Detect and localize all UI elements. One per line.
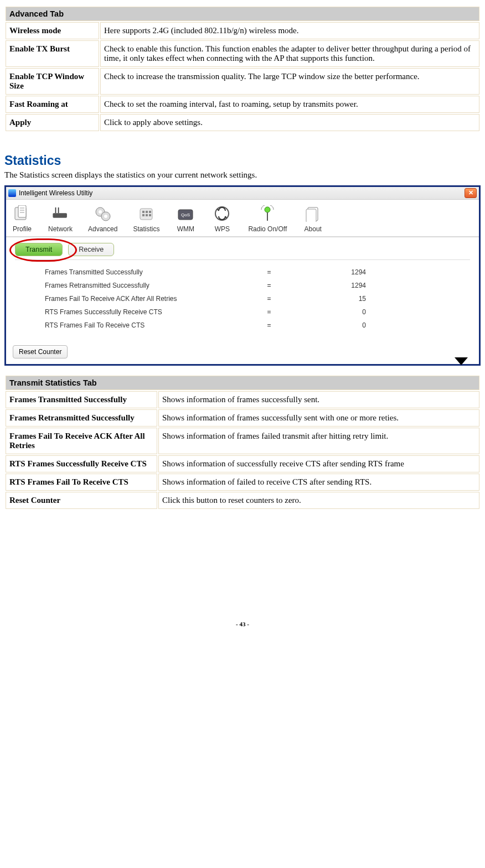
row-label: Enable TCP Window Size (6, 68, 99, 95)
page-number: - 43 - (4, 621, 481, 627)
utility-screenshot: Intelligent Wireless Utiltiy ✕ Profile N… (4, 185, 481, 366)
window-titlebar: Intelligent Wireless Utiltiy ✕ (6, 187, 479, 200)
row-label: Wireless mode (6, 22, 99, 39)
reset-counter-button[interactable]: Reset Counter (13, 345, 68, 358)
svg-point-7 (99, 210, 102, 214)
toolbar-label: Radio On/Off (248, 225, 287, 233)
row-desc: Check to increase the transmission quali… (100, 68, 479, 95)
toolbar-label: About (305, 225, 322, 233)
close-icon[interactable]: ✕ (465, 188, 477, 198)
tab-receive[interactable]: Receive (68, 243, 114, 256)
main-toolbar: Profile Network Advanced Statistics QoS … (6, 200, 479, 237)
advanced-tab-table: Advanced Tab Wireless mode Here supports… (4, 6, 481, 132)
row-desc: Check to enable this function. This func… (100, 40, 479, 67)
tab-transmit[interactable]: Transmit (15, 243, 63, 256)
row-desc: Shows information of successfully receiv… (158, 455, 479, 472)
statistics-list: Frames Transmitted Successfully = 1294 F… (6, 260, 479, 342)
toolbar-statistics[interactable]: Statistics (133, 204, 159, 233)
stat-row: Frames Transmitted Successfully = 1294 (45, 266, 440, 279)
toolbar-label: Statistics (133, 225, 159, 233)
statistics-icon (136, 204, 157, 223)
sub-tabs: Transmit Receive (6, 237, 479, 256)
svg-rect-2 (53, 213, 67, 218)
table-row: RTS Frames Successfully Receive CTS Show… (6, 455, 479, 472)
row-desc: Check to set the roaming interval, fast … (100, 96, 479, 113)
row-desc: Click this button to reset counters to z… (158, 492, 479, 509)
advanced-tab-header: Advanced Tab (6, 7, 479, 21)
table-row: Enable TCP Window Size Check to increase… (6, 68, 479, 95)
svg-rect-1 (18, 205, 26, 217)
profile-icon (12, 204, 33, 223)
row-label: Fast Roaming at (6, 96, 99, 113)
stat-value: 0 (305, 308, 366, 316)
stat-label: Frames Fail To Receive ACK After All Ret… (45, 295, 233, 303)
statistics-title: Statistics (4, 153, 481, 168)
svg-point-18 (215, 207, 229, 220)
row-label: Frames Transmitted Successfully (6, 391, 157, 408)
row-label: RTS Frames Fail To Receive CTS (6, 474, 157, 491)
stat-row: RTS Frames Fail To Receive CTS = 0 (45, 319, 440, 332)
network-icon (50, 204, 71, 223)
stat-label: RTS Frames Fail To Receive CTS (45, 321, 233, 329)
toolbar-label: Network (48, 225, 73, 233)
about-icon (302, 204, 323, 223)
svg-rect-12 (149, 211, 151, 213)
stat-row: Frames Fail To Receive ACK After All Ret… (45, 292, 440, 305)
svg-point-19 (265, 207, 270, 212)
row-desc: Here supports 2.4G (included 802.11b/g/n… (100, 22, 479, 39)
toolbar-network[interactable]: Network (48, 204, 73, 233)
row-label: Reset Counter (6, 492, 157, 509)
svg-rect-14 (146, 214, 148, 216)
table-row: Apply Click to apply above settings. (6, 114, 479, 131)
table-row: RTS Frames Fail To Receive CTS Shows inf… (6, 474, 479, 491)
equals-sign: = (233, 308, 305, 316)
stat-label: Frames Transmitted Successfully (45, 268, 233, 276)
advanced-icon (92, 204, 113, 223)
statistics-intro: The Statistics screen displays the stati… (4, 170, 481, 180)
row-desc: Shows information of frames successfully… (158, 391, 479, 408)
row-desc: Shows information of failed to receive C… (158, 474, 479, 491)
toolbar-label: WPS (215, 225, 230, 233)
row-label: RTS Frames Successfully Receive CTS (6, 455, 157, 472)
stat-row: RTS Frames Successfully Receive CTS = 0 (45, 305, 440, 319)
row-desc: Shows information of frames successfully… (158, 409, 479, 427)
window-title: Intelligent Wireless Utiltiy (19, 189, 92, 197)
row-desc: Click to apply above settings. (100, 114, 479, 131)
toolbar-radio[interactable]: Radio On/Off (248, 204, 287, 233)
transmit-tab-header: Transmit Statistics Tab (6, 376, 479, 390)
expand-arrow-icon[interactable] (455, 357, 468, 365)
radio-icon (257, 204, 278, 223)
toolbar-label: WMM (177, 225, 194, 233)
wmm-icon: QoS (175, 204, 196, 223)
stat-value: 15 (305, 295, 366, 303)
stat-value: 1294 (305, 282, 366, 289)
wps-icon (211, 204, 233, 223)
equals-sign: = (233, 268, 305, 276)
row-label: Enable TX Burst (6, 40, 99, 67)
table-row: Wireless mode Here supports 2.4G (includ… (6, 22, 479, 39)
equals-sign: = (233, 295, 305, 303)
stat-value: 0 (305, 321, 366, 329)
toolbar-advanced[interactable]: Advanced (88, 204, 117, 233)
toolbar-wmm[interactable]: QoS WMM (175, 204, 196, 233)
svg-point-8 (104, 215, 107, 218)
table-row: Frames Retransmitted Successfully Shows … (6, 409, 479, 427)
toolbar-profile[interactable]: Profile (12, 204, 33, 233)
svg-rect-15 (149, 214, 151, 216)
app-icon (8, 189, 16, 197)
table-row: Frames Fail To Receive ACK After All Ret… (6, 428, 479, 454)
row-label: Frames Fail To Receive ACK After All Ret… (6, 428, 157, 454)
stat-row: Frames Retransmitted Successfully = 1294 (45, 279, 440, 292)
svg-rect-11 (146, 211, 148, 213)
table-row: Fast Roaming at Check to set the roaming… (6, 96, 479, 113)
toolbar-wps[interactable]: WPS (211, 204, 233, 233)
table-row: Frames Transmitted Successfully Shows in… (6, 391, 479, 408)
stat-label: Frames Retransmitted Successfully (45, 282, 233, 289)
toolbar-about[interactable]: About (302, 204, 323, 233)
toolbar-label: Advanced (88, 225, 117, 233)
svg-rect-13 (142, 214, 145, 216)
transmit-tab-table: Transmit Statistics Tab Frames Transmitt… (4, 375, 481, 510)
row-desc: Shows information of frames failed trans… (158, 428, 479, 454)
table-row: Enable TX Burst Check to enable this fun… (6, 40, 479, 67)
equals-sign: = (233, 321, 305, 329)
